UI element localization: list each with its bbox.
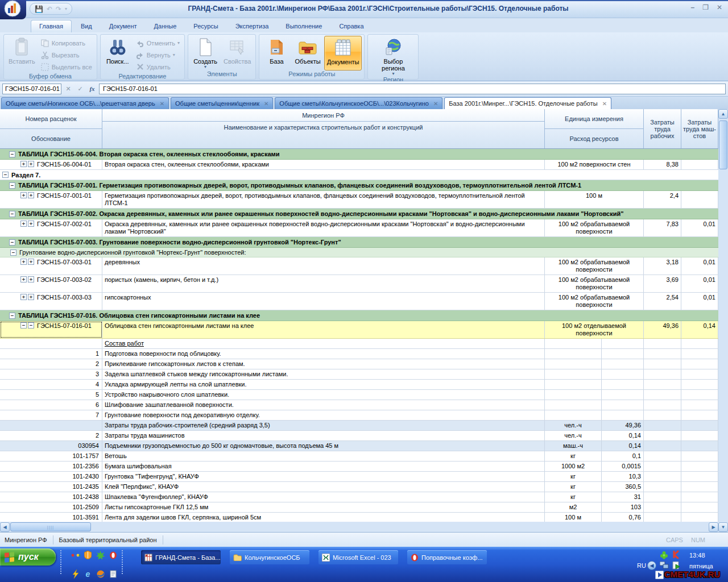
ribbon-tab-Экспертиза[interactable]: Экспертиза — [228, 20, 277, 32]
labor-cell[interactable] — [644, 513, 681, 522]
ribbon-tab-Ресурсы[interactable]: Ресурсы — [185, 20, 226, 32]
resource-qty-cell[interactable]: 49,36 — [602, 421, 644, 430]
base-button[interactable]: База — [262, 36, 291, 70]
item-labor-cell[interactable]: 2,54 — [644, 293, 681, 310]
resource-qty-cell[interactable]: 10,3 — [602, 472, 644, 481]
collapse-icon[interactable]: − — [9, 313, 15, 319]
grid-row-table-group[interactable]: −ТАБЛИЦА ГЭСН15-07-003. Грунтование пове… — [0, 237, 718, 248]
resource-code-cell[interactable]: 030954 — [0, 441, 102, 451]
restore-icon[interactable]: ❐ — [702, 3, 709, 11]
grid-row-subheader[interactable]: −Грунтование водно-дисперсионной грунтов… — [0, 248, 718, 257]
item-code-cell[interactable]: ++ГЭСН15-07-003-02 — [0, 275, 102, 292]
item-unit-cell[interactable]: 100 м2 обрабатываемой поверхности — [545, 257, 644, 275]
unit-cell[interactable] — [545, 380, 602, 389]
work-number-cell[interactable]: 6 — [0, 400, 102, 410]
item-labor-cell[interactable]: 8,38 — [644, 160, 681, 169]
item-machine-cell[interactable]: 0,01 — [681, 219, 718, 236]
close-tab-icon[interactable]: ✕ — [602, 101, 607, 107]
resource-code-cell[interactable] — [0, 421, 102, 430]
machine-cell[interactable] — [681, 421, 718, 430]
grid-row-resource[interactable]: 101-2430Грунтовка "Тифенгрунд", КНАУФкг1… — [0, 472, 718, 482]
item-name-cell[interactable]: Герметизация противопожарных дверей, вор… — [102, 191, 545, 208]
resource-qty-cell[interactable]: 360,5 — [602, 482, 644, 492]
scroll-left-icon[interactable]: ◀ — [0, 522, 10, 532]
expand-icon[interactable]: + — [20, 259, 27, 265]
item-machine-cell[interactable]: 0,14 — [681, 321, 718, 338]
resource-code-cell[interactable]: 101-1757 — [0, 451, 102, 461]
machine-cell[interactable] — [681, 369, 718, 379]
labor-cell[interactable] — [644, 482, 681, 492]
clock[interactable]: 13:48 — [689, 552, 705, 559]
green-burst-icon[interactable] — [96, 550, 105, 560]
resource-qty-cell[interactable]: 0,14 — [602, 441, 644, 451]
work-number-cell[interactable]: 3 — [0, 369, 102, 379]
grid-row-work[interactable]: 7Грунтование поверхности под декоративну… — [0, 410, 718, 421]
labor-cell[interactable] — [644, 400, 681, 410]
grid-row-item[interactable]: ++ГЭСН15-07-003-03гипсокартонных100 м2 о… — [0, 293, 718, 310]
row-number-cell[interactable] — [0, 339, 102, 348]
documents-button[interactable]: Документы — [324, 36, 362, 70]
region-button[interactable]: Выбор региона▾ — [370, 36, 416, 76]
expand-icon[interactable]: − — [20, 322, 27, 329]
grid-row-resource[interactable]: 030954Подъемники грузоподъемностью до 50… — [0, 441, 718, 451]
work-text-cell[interactable]: Шлифование зашпатлеванной поверхности. — [102, 400, 545, 410]
resource-name-cell[interactable]: Грунтовка "Тифенгрунд", КНАУФ — [102, 472, 545, 481]
horizontal-scroll-thumb[interactable]: |||| — [10, 522, 91, 531]
item-name-cell[interactable]: гипсокартонных — [102, 293, 545, 310]
formula-value[interactable]: ГЭСН15-07-016-01 — [99, 84, 726, 94]
lightning-icon[interactable] — [71, 569, 80, 579]
grid-row-work[interactable]: 1Подготовка поверхности под облицовку. — [0, 349, 718, 359]
qty-cell[interactable] — [602, 339, 644, 348]
resource-code-cell[interactable]: 101-2509 — [0, 502, 102, 512]
resource-qty-cell[interactable]: 31 — [602, 492, 644, 502]
work-number-cell[interactable]: 5 — [0, 390, 102, 400]
item-code-cell[interactable]: ++ГЭСН15-07-001-01 — [0, 191, 102, 208]
machine-cell[interactable] — [681, 472, 718, 481]
resource-name-cell[interactable]: Затраты труда рабочих-строителей (средни… — [102, 421, 545, 430]
start-button[interactable]: пуск — [0, 548, 56, 566]
column-header-rates[interactable]: Номера расценок Обоснование — [0, 109, 102, 148]
work-text-cell[interactable]: Устройство накрывочного слоя шпатлевки. — [102, 390, 545, 400]
grid-row-work[interactable]: 6Шлифование зашпатлеванной поверхности. — [0, 400, 718, 410]
qip-clover-icon[interactable] — [660, 551, 668, 559]
grid-row-resource[interactable]: 101-2438Шпаклевка "Фугенфюллер", КНАУФкг… — [0, 492, 718, 502]
item-unit-cell[interactable]: 100 м2 обрабатываемой поверхности — [545, 293, 644, 310]
unit-cell[interactable] — [545, 390, 602, 400]
item-unit-cell[interactable]: 100 м2 отделываемой поверхности — [545, 321, 644, 338]
labor-cell[interactable] — [644, 380, 681, 389]
minimize-icon[interactable]: – — [690, 3, 694, 11]
ribbon-tab-Вид[interactable]: Вид — [73, 20, 100, 32]
work-text-cell[interactable]: Грунтование поверхности под декоративную… — [102, 410, 545, 420]
task-button-0[interactable]: ГРАНД-Смета - База... — [141, 550, 221, 564]
select-all-button[interactable]: Выделить все — [39, 61, 94, 73]
undo-button[interactable]: Отменить▾ — [134, 37, 182, 49]
machine-cell[interactable] — [681, 451, 718, 461]
redo-button[interactable]: Вернуть▾ — [134, 49, 182, 61]
item-code-cell[interactable]: ++ГЭСН15-06-004-01 — [0, 160, 102, 169]
cut-button[interactable]: Вырезать — [39, 49, 94, 61]
new-doc-button[interactable]: Создать▾ — [191, 36, 220, 70]
horizontal-scrollbar[interactable]: ◀ |||| ▶ — [0, 522, 718, 532]
paste-button[interactable]: Вставить — [6, 36, 38, 73]
opera-icon[interactable] — [108, 550, 118, 560]
grid-row-table-group[interactable]: −ТАБЛИЦА ГЭСН15-07-016. Облицовка стен г… — [0, 310, 718, 321]
resource-code-cell[interactable]: 101-2356 — [0, 462, 102, 471]
collapse-icon[interactable]: − — [9, 151, 15, 157]
undo-icon[interactable]: ↶ — [47, 6, 52, 13]
qty-cell[interactable] — [602, 369, 644, 379]
close-tab-icon[interactable]: ✕ — [433, 101, 438, 107]
item-machine-cell[interactable]: 0,01 — [681, 275, 718, 292]
grid-row-item[interactable]: ++ГЭСН15-07-003-01деревянных100 м2 обраб… — [0, 257, 718, 275]
column-header-unit[interactable]: Единица измерения Расход ресурсов — [545, 109, 644, 148]
grid-row-resource[interactable]: 101-2435Клей "Перлфикс", КНАУФкг360,5 — [0, 482, 718, 492]
ribbon-tab-Главная[interactable]: Главная — [31, 20, 72, 32]
resource-unit-cell[interactable]: маш.-ч — [545, 441, 602, 451]
labor-cell[interactable] — [644, 390, 681, 400]
labor-cell[interactable] — [644, 492, 681, 502]
work-text-cell[interactable]: Укладка армирующей лепты на слой шпатлев… — [102, 380, 545, 389]
item-labor-cell[interactable]: 49,36 — [644, 321, 681, 338]
grid-row-resource[interactable]: 101-2509Листы гипсокартонные ГКЛ 12,5 мм… — [0, 502, 718, 513]
expand-icon[interactable]: + — [28, 294, 34, 300]
work-text-cell[interactable]: Заделка шпатлевкой стыков между гипсокар… — [102, 369, 545, 379]
labor-cell[interactable] — [644, 349, 681, 359]
